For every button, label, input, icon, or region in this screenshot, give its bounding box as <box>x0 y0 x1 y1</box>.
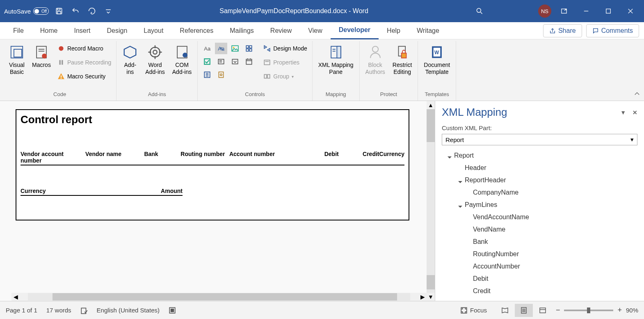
svg-rect-51 <box>219 72 224 78</box>
undo-icon[interactable] <box>69 5 82 17</box>
macros-button[interactable]: Macros <box>30 43 53 70</box>
print-layout-icon[interactable] <box>515 304 533 317</box>
close-icon[interactable] <box>621 5 640 18</box>
search-icon[interactable] <box>473 5 486 17</box>
record-macro-button[interactable]: Record Macro <box>56 43 113 54</box>
zoom-control[interactable]: − + 90% <box>556 306 638 314</box>
tab-developer[interactable]: Developer <box>331 22 379 39</box>
tab-view[interactable]: View <box>300 22 330 39</box>
tree-node-company-name[interactable]: CompanyName <box>442 186 637 199</box>
tab-references[interactable]: References <box>171 22 222 39</box>
design-mode-button[interactable]: Design Mode <box>262 43 309 54</box>
tree-node-vend-name[interactable]: VendName <box>442 223 637 236</box>
ribbon-display-icon[interactable] <box>555 5 573 18</box>
tab-help[interactable]: Help <box>379 22 409 39</box>
zoom-slider[interactable] <box>564 310 613 311</box>
spell-check-icon[interactable] <box>80 307 88 314</box>
tree-node-report-header[interactable]: ReportHeader <box>442 174 637 186</box>
zoom-level[interactable]: 90% <box>626 307 638 314</box>
scroll-right-icon[interactable]: ▶ <box>418 293 427 301</box>
web-layout-icon[interactable] <box>534 304 552 317</box>
checkbox-control-icon[interactable] <box>201 56 213 67</box>
tab-layout[interactable]: Layout <box>135 22 171 39</box>
xml-mapping-pane-button[interactable]: XML Mapping Pane <box>316 43 356 77</box>
rich-text-control-icon[interactable]: Aa <box>201 43 213 54</box>
com-addins-button[interactable]: COM Add-ins <box>170 43 194 77</box>
combo-box-control-icon[interactable] <box>215 56 227 67</box>
group-protect: Block Authors Restrict Editing Protect <box>360 41 418 101</box>
svg-rect-34 <box>247 46 249 48</box>
date-picker-control-icon[interactable] <box>243 56 255 67</box>
tree-node-bank[interactable]: Bank <box>442 236 637 248</box>
tree-node-debit[interactable]: Debit <box>442 273 637 285</box>
tree-node-report[interactable]: Report <box>442 149 637 162</box>
dropdown-control-icon[interactable] <box>229 56 241 67</box>
horizontal-scrollbar[interactable]: ◀ ▶ <box>11 293 427 301</box>
word-addins-button[interactable]: Word Add-ins <box>143 43 167 77</box>
read-mode-icon[interactable] <box>496 304 514 317</box>
report-title: Control report <box>21 113 404 126</box>
tree-node-account[interactable]: AccountNumber <box>442 260 637 273</box>
language-status[interactable]: English (United States) <box>97 307 160 314</box>
scroll-up-icon[interactable]: ▲ <box>427 101 435 109</box>
tab-review[interactable]: Review <box>262 22 300 39</box>
svg-rect-21 <box>61 76 62 78</box>
tab-insert[interactable]: Insert <box>66 22 98 39</box>
status-bar: Page 1 of 1 17 words English (United Sta… <box>0 301 644 319</box>
pane-options-icon[interactable]: ▼ <box>620 109 626 116</box>
group-code: Visual Basic Macros Record Macro Pause R… <box>3 41 116 101</box>
col-routing: Routing number <box>180 151 229 164</box>
tab-home[interactable]: Home <box>32 22 66 39</box>
macro-security-button[interactable]: Macro Security <box>56 71 113 82</box>
document-page[interactable]: Control report Vendor account number Ven… <box>16 109 409 220</box>
share-button[interactable]: Share <box>543 24 582 37</box>
macro-status-icon[interactable] <box>169 307 176 314</box>
svg-point-52 <box>220 74 222 76</box>
group-mapping: XML Mapping Pane Mapping <box>313 41 360 101</box>
focus-mode-button[interactable]: Focus <box>460 307 487 314</box>
custom-xml-select[interactable]: Report ▾ <box>442 134 637 145</box>
building-block-control-icon[interactable] <box>243 43 255 54</box>
picture-control-icon[interactable] <box>229 43 241 54</box>
user-avatar[interactable]: NS <box>538 5 551 18</box>
tab-writage[interactable]: Writage <box>409 22 448 39</box>
redo-icon[interactable] <box>86 5 98 17</box>
tree-node-header[interactable]: Header <box>442 162 637 174</box>
tree-node-vend-account[interactable]: VendAccountName <box>442 211 637 223</box>
pause-recording-button: Pause Recording <box>56 57 113 68</box>
plain-text-control-icon[interactable]: Aa↖ <box>215 43 227 54</box>
maximize-icon[interactable] <box>599 5 618 18</box>
xml-pane-title: XML Mapping <box>442 106 507 119</box>
tree-node-credit[interactable]: Credit <box>442 285 637 297</box>
tree-node-routing[interactable]: RoutingNumber <box>442 248 637 260</box>
vertical-scrollbar[interactable]: ▲ ▼ <box>427 101 435 301</box>
col-currency2: Currency <box>21 188 154 194</box>
col-debit: Debit <box>298 151 339 164</box>
scroll-down-icon[interactable]: ▼ <box>427 293 435 301</box>
addins-button[interactable]: Add- ins <box>120 43 140 77</box>
repeating-section-control-icon[interactable] <box>201 69 213 80</box>
visual-basic-button[interactable]: Visual Basic <box>7 43 27 77</box>
save-icon[interactable] <box>53 5 65 17</box>
autosave-toggle[interactable]: AutoSave Off <box>4 7 49 15</box>
svg-rect-36 <box>247 49 249 51</box>
qat-customize-icon[interactable] <box>102 5 114 17</box>
scroll-left-icon[interactable]: ◀ <box>11 293 20 301</box>
page-status[interactable]: Page 1 of 1 <box>6 307 37 314</box>
pane-close-icon[interactable]: ✕ <box>633 109 637 116</box>
zoom-in-icon[interactable]: + <box>617 306 622 314</box>
document-template-button[interactable]: W Document Template <box>421 43 452 77</box>
tab-file[interactable]: File <box>5 22 32 39</box>
tab-design[interactable]: Design <box>98 22 135 39</box>
comments-button[interactable]: Comments <box>586 24 639 37</box>
legacy-tools-icon[interactable] <box>215 69 227 80</box>
tree-node-paym-lines[interactable]: PaymLines <box>442 199 637 211</box>
word-count[interactable]: 17 words <box>46 307 71 314</box>
minimize-icon[interactable] <box>577 5 596 18</box>
zoom-out-icon[interactable]: − <box>556 306 560 314</box>
restrict-editing-button[interactable]: Restrict Editing <box>390 43 414 77</box>
svg-point-4 <box>477 8 481 12</box>
tab-mailings[interactable]: Mailings <box>222 22 262 39</box>
collapse-ribbon-icon[interactable] <box>634 91 640 98</box>
svg-rect-63 <box>401 53 406 58</box>
